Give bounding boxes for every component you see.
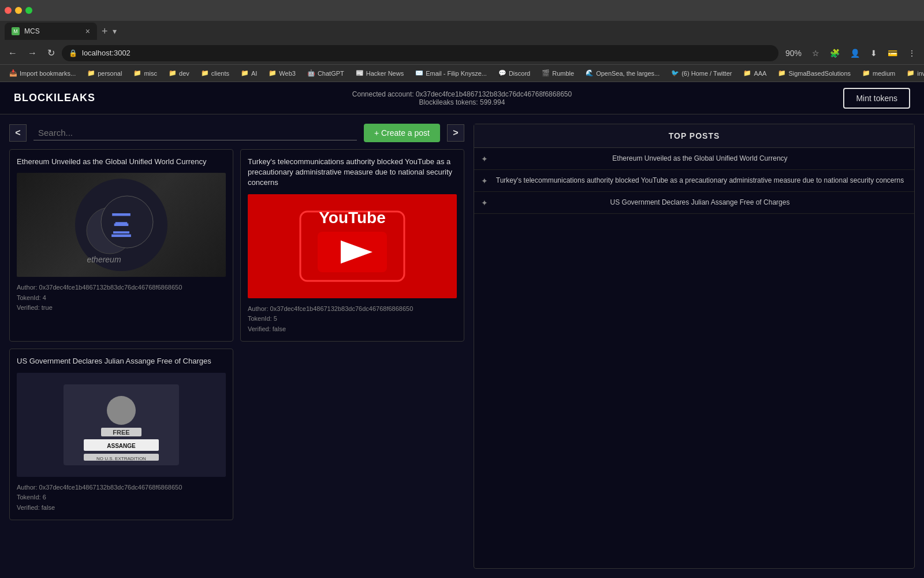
prev-page-button[interactable]: <: [9, 124, 27, 142]
forward-button[interactable]: →: [24, 46, 40, 61]
svg-text:Ξ: Ξ: [112, 208, 131, 240]
bookmark-email-icon: ✉️: [415, 69, 423, 77]
post-tokenid-2: TokenId: 5: [248, 314, 457, 324]
bookmark-clients-label: clients: [211, 70, 229, 77]
bookmark-hackernews[interactable]: 📰 Hacker News: [351, 68, 408, 78]
profile-icon[interactable]: 👤: [847, 47, 863, 59]
bookmark-twitter[interactable]: 🐦 (6) Home / Twitter: [666, 68, 736, 78]
bookmark-clients-icon: 📁: [201, 69, 209, 77]
wallet-icon[interactable]: 💳: [884, 47, 901, 59]
post-meta-1: Author: 0x37dec4fce1b4867132b83dc76dc467…: [17, 283, 226, 313]
mint-tokens-button[interactable]: Mint tokens: [843, 88, 910, 109]
tokens-info: Blockileaks tokens: 599.994: [352, 98, 572, 106]
download-icon[interactable]: ⬇: [867, 47, 881, 59]
tab-close-icon[interactable]: ×: [85, 27, 90, 36]
bookmark-investments-icon: 📁: [907, 69, 915, 77]
top-post-text-1: Ethereum Unveiled as the Global Unified …: [493, 154, 907, 164]
post-title-2: Turkey's telecommunications authority bl…: [248, 157, 457, 188]
svg-text:NO U.S. EXTRADITION: NO U.S. EXTRADITION: [96, 456, 146, 461]
bookmark-import-icon: 📥: [9, 69, 17, 77]
bookmark-opensea-icon: 🌊: [586, 69, 594, 77]
header-center: Connected account: 0x37dec4fce1b4867132b…: [352, 90, 572, 106]
create-post-button[interactable]: + Create a post: [364, 124, 440, 142]
back-button[interactable]: ←: [5, 46, 21, 61]
post-title-1: Ethereum Unveiled as the Global Unified …: [17, 157, 226, 167]
bookmark-web3[interactable]: 📁 Web3: [264, 68, 300, 78]
search-input[interactable]: [33, 125, 357, 140]
top-post-item-3[interactable]: ✦ US Government Declares Julian Assange …: [474, 192, 914, 214]
post-card-2[interactable]: Turkey's telecommunications authority bl…: [240, 149, 464, 342]
app-header: BLOCKILEAKS Connected account: 0x37dec4f…: [0, 82, 924, 114]
post-verified-3: Verified: false: [17, 503, 226, 513]
bookmark-ai[interactable]: 📁 AI: [236, 68, 262, 78]
post-title-3: US Government Declares Julian Assange Fr…: [17, 356, 226, 366]
tab-bar: M MCS × + ▾: [0, 21, 924, 42]
svg-text:YouTube: YouTube: [319, 209, 386, 227]
bookmark-investments[interactable]: 📁 investments: [902, 68, 924, 78]
posts-grid: Ethereum Unveiled as the Global Unified …: [9, 149, 464, 520]
bookmark-dev[interactable]: 📁 dev: [164, 68, 194, 78]
maximize-button[interactable]: [25, 7, 32, 14]
post-image-1: Ξ ethereum: [17, 173, 226, 277]
post-verified-1: Verified: true: [17, 303, 226, 313]
app-logo: BLOCKILEAKS: [14, 92, 95, 104]
bookmark-web3-icon: 📁: [269, 69, 277, 77]
connected-account-address: 0x37dec4fce1b4867132b83dc76dc46768f68686…: [416, 90, 572, 98]
top-post-item-2[interactable]: ✦ Turkey's telecommunications authority …: [474, 170, 914, 192]
post-author-1: Author: 0x37dec4fce1b4867132b83dc76dc467…: [17, 283, 226, 293]
bookmark-chatgpt[interactable]: 🤖 ChatGPT: [303, 68, 349, 78]
bookmark-aaa[interactable]: 📁 AAA: [739, 68, 771, 78]
bookmark-clients[interactable]: 📁 clients: [196, 68, 234, 78]
bookmark-ai-label: AI: [251, 70, 257, 77]
bookmark-dev-icon: 📁: [169, 69, 177, 77]
next-page-button[interactable]: >: [447, 124, 464, 142]
top-post-star-3: ✦: [481, 198, 488, 208]
post-card-3[interactable]: US Government Declares Julian Assange Fr…: [9, 349, 233, 520]
bookmark-personal-icon: 📁: [87, 69, 95, 77]
bookmark-investments-label: investments: [917, 70, 924, 77]
bookmark-rumble[interactable]: 🎬 Rumble: [537, 68, 579, 78]
bookmark-star-icon[interactable]: ☆: [808, 47, 823, 59]
bookmark-twitter-icon: 🐦: [671, 69, 679, 77]
bookmark-aaa-label: AAA: [754, 70, 766, 77]
security-icon: 🔒: [69, 49, 77, 57]
bookmark-sigma[interactable]: 📁 SigmaBasedSolutions: [773, 68, 855, 78]
bookmark-import[interactable]: 📥 Import bookmarks...: [5, 68, 80, 78]
nav-bar: ← → ↻ 🔒 90% ☆ 🧩 👤 ⬇ 💳 ⋮: [0, 42, 924, 65]
new-tab-button[interactable]: +: [97, 25, 113, 38]
main-content: < + Create a post > Ethereum Unveiled as…: [0, 114, 924, 578]
bookmark-discord[interactable]: 💬 Discord: [494, 68, 535, 78]
bookmark-sigma-icon: 📁: [778, 69, 786, 77]
bookmark-misc-icon: 📁: [133, 69, 141, 77]
top-post-text-3: US Government Declares Julian Assange Fr…: [493, 198, 907, 208]
active-tab[interactable]: M MCS ×: [5, 23, 97, 40]
post-card-1[interactable]: Ethereum Unveiled as the Global Unified …: [9, 149, 233, 342]
bookmark-personal-label: personal: [98, 70, 122, 77]
minimize-button[interactable]: [15, 7, 22, 14]
more-menu-icon[interactable]: ⋮: [904, 47, 919, 59]
bookmark-personal[interactable]: 📁 personal: [83, 68, 126, 78]
bookmark-hackernews-label: Hacker News: [366, 70, 404, 77]
reload-button[interactable]: ↻: [44, 45, 58, 61]
bookmark-chatgpt-icon: 🤖: [307, 69, 315, 77]
tabs-menu-icon[interactable]: ▾: [113, 27, 117, 36]
bookmarks-bar: 📥 Import bookmarks... 📁 personal 📁 misc …: [0, 65, 924, 82]
bookmark-email[interactable]: ✉️ Email - Filip Knysze...: [411, 68, 491, 78]
post-image-2: YouTube: [248, 194, 457, 298]
bookmark-medium[interactable]: 📁 medium: [858, 68, 900, 78]
post-image-3: FREE ASSANGE NO U.S. EXTRADITION: [17, 373, 226, 477]
connected-account-info: Connected account: 0x37dec4fce1b4867132b…: [352, 90, 572, 98]
bookmark-rumble-icon: 🎬: [542, 69, 550, 77]
address-bar-container: 🔒: [62, 45, 778, 61]
close-button[interactable]: [5, 7, 12, 14]
bookmark-web3-label: Web3: [279, 70, 296, 77]
bookmark-misc[interactable]: 📁 misc: [129, 68, 162, 78]
svg-text:ASSANGE: ASSANGE: [107, 443, 136, 449]
bookmark-opensea[interactable]: 🌊 OpenSea, the larges...: [581, 68, 664, 78]
top-post-item-1[interactable]: ✦ Ethereum Unveiled as the Global Unifie…: [474, 148, 914, 170]
svg-text:ethereum: ethereum: [87, 255, 121, 264]
bookmark-misc-label: misc: [144, 70, 157, 77]
extensions-icon[interactable]: 🧩: [826, 47, 843, 59]
address-input[interactable]: [82, 49, 772, 57]
zoom-level[interactable]: 90%: [782, 47, 805, 59]
